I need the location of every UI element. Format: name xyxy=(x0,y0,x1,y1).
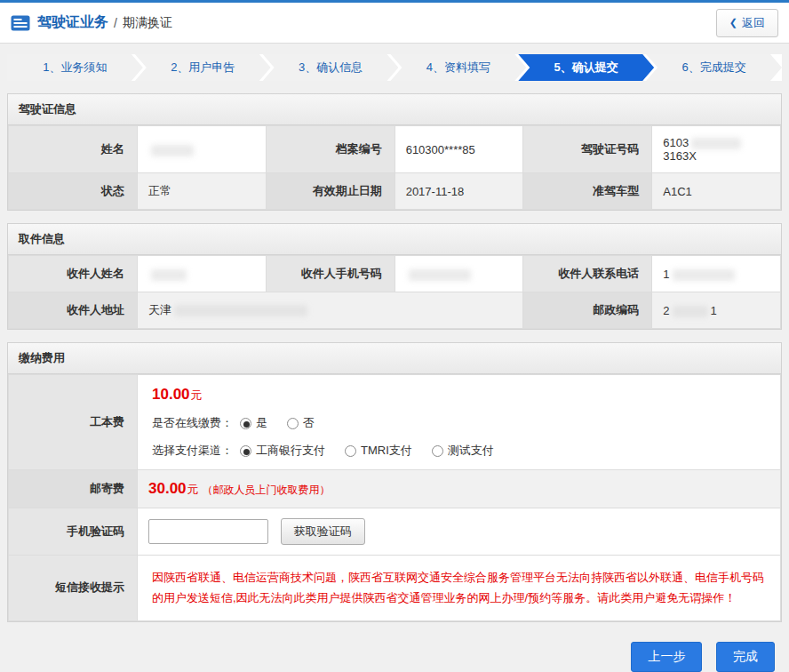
redacted-text xyxy=(691,138,741,149)
step-label: 3、确认信息 xyxy=(299,60,363,76)
recipient-address-label: 收件人地址 xyxy=(9,292,138,329)
mail-fee-note: （邮政人员上门收取费用） xyxy=(203,484,331,496)
license-number-prefix: 6103 xyxy=(663,136,689,149)
page-title: 驾驶证业务 xyxy=(37,13,108,32)
online-pay-row: 是否在线缴费： 是 否 xyxy=(152,415,766,431)
mail-fee-label: 邮寄费 xyxy=(9,470,138,508)
production-fee-cell: 10.00元 是否在线缴费： 是 否 选择支付渠道： xyxy=(138,375,781,470)
license-info-table: 姓名 档案编号 610300****85 驾驶证号码 61033163X 状态 … xyxy=(8,125,781,210)
recipient-address-value: 天津 xyxy=(138,292,523,329)
sms-notice-text: 因陕西省联通、电信运营商技术问题，陕西省互联网交通安全综合服务管理平台无法向持陕… xyxy=(148,565,769,611)
step-label: 5、确认提交 xyxy=(554,60,618,76)
channel-tmri-radio[interactable]: TMRI支付 xyxy=(345,443,412,459)
file-number-label: 档案编号 xyxy=(266,126,394,173)
step-tab-2-declaration[interactable]: 2、用户申告 xyxy=(135,54,271,81)
recipient-name-label: 收件人姓名 xyxy=(9,256,138,292)
table-row: 短信接收提示 因陕西省联通、电信运营商技术问题，陕西省互联网交通安全综合服务管理… xyxy=(9,556,781,621)
recipient-mobile-label: 收件人手机号码 xyxy=(266,256,394,292)
radio-unchecked-icon xyxy=(432,445,443,457)
step-label: 6、完成提交 xyxy=(681,60,745,76)
step-tab-1-notice[interactable]: 1、业务须知 xyxy=(7,54,143,81)
redacted-text xyxy=(151,145,194,156)
channel-tmri-label: TMRI支付 xyxy=(361,443,412,459)
pickup-info-table: 收件人姓名 收件人手机号码 收件人联系电话 1 收件人地址 天津 邮政编码 21 xyxy=(8,255,781,329)
mail-fee-cell: 30.00元（邮政人员上门收取费用） xyxy=(138,470,781,508)
step-tab-3-confirm-info[interactable]: 3、确认信息 xyxy=(263,54,399,81)
radio-checked-icon xyxy=(240,445,251,457)
expiry-value: 2017-11-18 xyxy=(394,173,523,210)
fees-title: 缴纳费用 xyxy=(8,343,781,374)
online-pay-no-label: 否 xyxy=(303,415,315,431)
payment-channel-row: 选择支付渠道： 工商银行支付 TMRI支付 测试支付 xyxy=(152,443,766,459)
online-pay-question: 是否在线缴费： xyxy=(152,415,233,431)
sms-notice-label: 短信接收提示 xyxy=(9,556,138,621)
captcha-label: 手机验证码 xyxy=(9,508,138,556)
redacted-text xyxy=(673,306,708,317)
channel-icbc-label: 工商银行支付 xyxy=(256,443,325,459)
name-label: 姓名 xyxy=(9,126,138,173)
back-button-label: 返回 xyxy=(742,15,765,31)
online-pay-yes-label: 是 xyxy=(256,415,267,431)
license-info-title: 驾驶证信息 xyxy=(8,94,781,125)
table-row: 工本费 10.00元 是否在线缴费： 是 否 选 xyxy=(9,375,781,470)
table-row: 收件人地址 天津 邮政编码 21 xyxy=(9,292,781,329)
title-separator: / xyxy=(114,16,117,30)
status-value: 正常 xyxy=(138,173,267,210)
production-fee-amount-line: 10.00元 xyxy=(152,386,766,404)
production-fee-amount: 10.00 xyxy=(152,386,190,403)
captcha-cell: 获取验证码 xyxy=(138,508,781,556)
online-pay-yes-radio[interactable]: 是 xyxy=(240,415,267,431)
license-number-value: 61033163X xyxy=(652,126,781,173)
mail-fee-amount: 30.00 xyxy=(148,480,187,497)
sms-notice-cell: 因陕西省联通、电信运营商技术问题，陕西省互联网交通安全综合服务管理平台无法向持陕… xyxy=(138,556,781,621)
redacted-text xyxy=(151,269,187,281)
production-fee-unit: 元 xyxy=(191,388,203,402)
step-tab-4-fill-info[interactable]: 4、资料填写 xyxy=(390,54,526,81)
expiry-label: 有效期止日期 xyxy=(266,173,394,210)
file-number-value: 610300****85 xyxy=(394,126,523,173)
recipient-phone-value: 1 xyxy=(652,256,781,292)
captcha-input[interactable] xyxy=(148,519,268,544)
previous-step-button[interactable]: 上一步 xyxy=(631,642,702,672)
license-number-label: 驾驶证号码 xyxy=(523,126,652,173)
table-row: 邮寄费 30.00元（邮政人员上门收取费用） xyxy=(9,470,781,508)
recipient-name-value xyxy=(138,256,267,292)
postal-code-prefix: 2 xyxy=(663,304,669,317)
name-value xyxy=(138,126,267,173)
get-captcha-button[interactable]: 获取验证码 xyxy=(281,518,365,545)
license-info-card: 驾驶证信息 姓名 档案编号 610300****85 驾驶证号码 6103316… xyxy=(7,93,782,211)
recipient-phone-prefix: 1 xyxy=(663,268,669,281)
channel-icbc-radio[interactable]: 工商银行支付 xyxy=(240,443,325,459)
recipient-mobile-value xyxy=(394,256,523,292)
channel-test-radio[interactable]: 测试支付 xyxy=(432,443,494,459)
back-button[interactable]: ❮ 返回 xyxy=(716,9,778,37)
mail-fee-unit: 元 xyxy=(187,483,199,496)
vehicle-class-value: A1C1 xyxy=(652,173,781,210)
step-tab-5-confirm-submit[interactable]: 5、确认提交 xyxy=(518,54,654,81)
radio-unchecked-icon xyxy=(287,418,299,429)
redacted-text xyxy=(409,269,471,281)
production-fee-label: 工本费 xyxy=(9,375,138,470)
redacted-text xyxy=(174,305,307,316)
chevron-left-icon: ❮ xyxy=(729,17,737,28)
postal-code-suffix: 1 xyxy=(711,304,717,317)
pickup-info-card: 取件信息 收件人姓名 收件人手机号码 收件人联系电话 1 收件人地址 天津 邮政… xyxy=(7,223,782,330)
table-row: 手机验证码 获取验证码 xyxy=(9,508,781,556)
fees-card: 缴纳费用 工本费 10.00元 是否在线缴费： 是 否 xyxy=(7,342,782,622)
footer-actions: 上一步 完成 xyxy=(0,635,789,672)
table-row: 收件人姓名 收件人手机号码 收件人联系电话 1 xyxy=(9,256,781,292)
complete-button[interactable]: 完成 xyxy=(716,642,775,672)
step-tab-6-complete[interactable]: 6、完成提交 xyxy=(646,54,782,81)
pickup-info-title: 取件信息 xyxy=(8,224,781,255)
recipient-address-prefix: 天津 xyxy=(148,303,171,316)
vehicle-class-label: 准驾车型 xyxy=(523,173,652,210)
postal-code-label: 邮政编码 xyxy=(523,292,652,329)
license-service-icon xyxy=(11,15,30,31)
redacted-text xyxy=(673,269,735,281)
radio-checked-icon xyxy=(240,418,251,429)
step-label: 1、业务须知 xyxy=(43,60,107,76)
license-number-suffix: 3163X xyxy=(663,149,697,163)
postal-code-value: 21 xyxy=(652,292,781,329)
page-header: 驾驶证业务 / 期满换证 ❮ 返回 xyxy=(0,3,789,44)
online-pay-no-radio[interactable]: 否 xyxy=(287,415,315,431)
